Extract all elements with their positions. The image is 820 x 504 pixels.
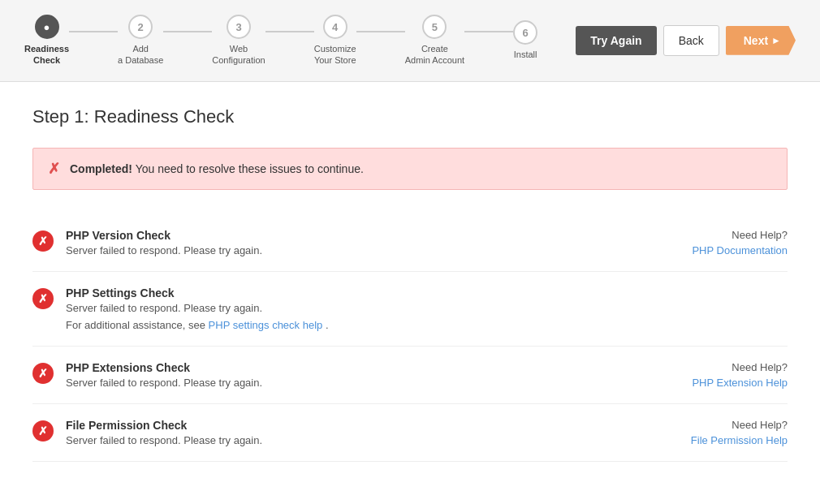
step-1-circle: ● bbox=[35, 15, 59, 39]
php-extension-help-link[interactable]: PHP Extension Help bbox=[692, 377, 788, 389]
php-extensions-desc: Server failed to respond. Please try aga… bbox=[66, 377, 645, 389]
main-content: Step 1: Readiness Check ✗ Completed! You… bbox=[0, 82, 820, 486]
step-1-label: ReadinessCheck bbox=[24, 43, 69, 67]
php-documentation-link[interactable]: PHP Documentation bbox=[692, 244, 788, 256]
php-settings-body: PHP Settings Check Server failed to resp… bbox=[66, 286, 645, 331]
php-extensions-check: ✗ PHP Extensions Check Server failed to … bbox=[32, 347, 788, 404]
alert-error-icon: ✗ bbox=[48, 160, 60, 178]
step-6-circle: 6 bbox=[513, 20, 537, 45]
page-title: Step 1: Readiness Check bbox=[32, 106, 788, 127]
next-button-label: Next bbox=[744, 34, 768, 47]
php-settings-desc: Server failed to respond. Please try aga… bbox=[66, 302, 645, 314]
php-extensions-need-help-label: Need Help? bbox=[658, 361, 788, 373]
file-permission-body: File Permission Check Server failed to r… bbox=[66, 419, 645, 446]
step-6-label: Install bbox=[514, 49, 537, 60]
connector-2-3 bbox=[163, 31, 212, 32]
alert-text-rest: You need to resolve these issues to cont… bbox=[132, 162, 364, 175]
alert-banner: ✗ Completed! You need to resolve these i… bbox=[32, 148, 788, 190]
file-permission-title: File Permission Check bbox=[66, 419, 645, 432]
php-settings-check: ✗ PHP Settings Check Server failed to re… bbox=[32, 272, 788, 347]
wizard-buttons: Try Again Back Next ► bbox=[576, 25, 796, 56]
step-3-label: WebConfiguration bbox=[212, 43, 265, 67]
php-version-check: ✗ PHP Version Check Server failed to res… bbox=[32, 214, 788, 272]
try-again-button[interactable]: Try Again bbox=[576, 26, 656, 55]
php-settings-error-icon: ✗ bbox=[32, 288, 54, 309]
file-permission-check: ✗ File Permission Check Server failed to… bbox=[32, 404, 788, 462]
php-version-title: PHP Version Check bbox=[66, 229, 645, 242]
php-settings-additional-text: For additional assistance, see PHP setti… bbox=[66, 319, 645, 331]
checks-list: ✗ PHP Version Check Server failed to res… bbox=[32, 214, 788, 462]
php-version-help: Need Help? PHP Documentation bbox=[658, 229, 788, 256]
connector-5-6 bbox=[464, 31, 513, 32]
php-version-body: PHP Version Check Server failed to respo… bbox=[66, 229, 645, 256]
step-5-label: CreateAdmin Account bbox=[405, 43, 464, 67]
wizard-steps: ● ReadinessCheck 2 Adda Database 3 WebCo… bbox=[24, 15, 537, 67]
php-version-need-help-label: Need Help? bbox=[658, 229, 788, 241]
connector-4-5 bbox=[356, 31, 405, 32]
file-permission-help-link[interactable]: File Permission Help bbox=[691, 434, 788, 446]
php-settings-title: PHP Settings Check bbox=[66, 286, 645, 299]
file-permission-desc: Server failed to respond. Please try aga… bbox=[66, 434, 645, 446]
step-2-label: Adda Database bbox=[118, 43, 163, 67]
connector-3-4 bbox=[265, 31, 314, 32]
php-settings-check-help-link[interactable]: PHP settings check help bbox=[209, 319, 323, 331]
step-2: 2 Adda Database bbox=[118, 15, 163, 67]
file-permission-need-help-label: Need Help? bbox=[658, 419, 788, 431]
next-button[interactable]: Next ► bbox=[726, 26, 796, 55]
next-arrow-icon: ► bbox=[771, 35, 781, 46]
php-extensions-body: PHP Extensions Check Server failed to re… bbox=[66, 361, 645, 389]
php-extensions-help: Need Help? PHP Extension Help bbox=[658, 361, 788, 389]
step-6: 6 Install bbox=[513, 20, 537, 60]
file-permission-help: Need Help? File Permission Help bbox=[658, 419, 788, 446]
step-4-circle: 4 bbox=[323, 15, 347, 39]
step-2-circle: 2 bbox=[128, 15, 153, 39]
php-extensions-error-icon: ✗ bbox=[32, 363, 54, 384]
wizard-bar: ● ReadinessCheck 2 Adda Database 3 WebCo… bbox=[0, 0, 820, 82]
step-5-circle: 5 bbox=[422, 15, 447, 39]
php-version-error-icon: ✗ bbox=[32, 230, 54, 252]
step-5: 5 CreateAdmin Account bbox=[405, 15, 464, 67]
step-4: 4 CustomizeYour Store bbox=[314, 15, 356, 67]
alert-text: Completed! You need to resolve these iss… bbox=[70, 162, 364, 175]
step-3-circle: 3 bbox=[227, 15, 251, 39]
back-button[interactable]: Back bbox=[663, 25, 719, 56]
connector-1-2 bbox=[69, 31, 118, 32]
step-3: 3 WebConfiguration bbox=[212, 15, 265, 67]
step-4-label: CustomizeYour Store bbox=[314, 43, 356, 67]
php-version-desc: Server failed to respond. Please try aga… bbox=[66, 244, 645, 256]
file-permission-error-icon: ✗ bbox=[32, 420, 54, 442]
php-extensions-title: PHP Extensions Check bbox=[66, 361, 645, 374]
alert-text-bold: Completed! bbox=[70, 162, 132, 175]
step-1: ● ReadinessCheck bbox=[24, 15, 69, 67]
